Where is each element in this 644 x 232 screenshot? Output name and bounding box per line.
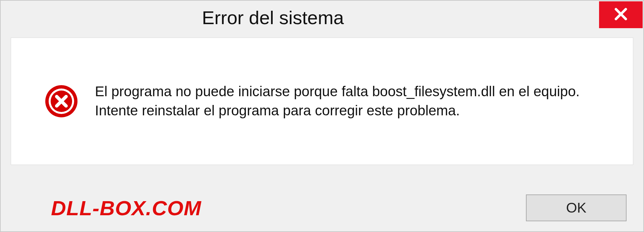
- error-message: El programa no puede iniciarse porque fa…: [95, 82, 593, 120]
- dialog-title: Error del sistema: [202, 7, 344, 28]
- footer: DLL-BOX.COM OK: [1, 194, 643, 221]
- error-icon: [45, 84, 78, 118]
- close-icon: [613, 7, 628, 23]
- titlebar: Error del sistema: [1, 1, 643, 34]
- content-panel: El programa no puede iniciarse porque fa…: [11, 38, 633, 165]
- close-button[interactable]: [599, 1, 643, 28]
- ok-button[interactable]: OK: [526, 194, 627, 221]
- error-dialog: Error del sistema El programa no puede i…: [0, 0, 644, 232]
- watermark-text: DLL-BOX.COM: [51, 196, 201, 220]
